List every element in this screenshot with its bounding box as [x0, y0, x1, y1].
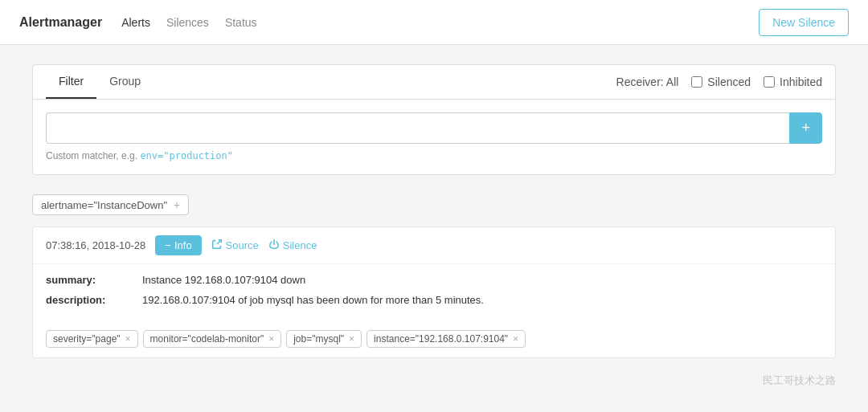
- svg-line-0: [217, 240, 221, 244]
- list-item: instance="192.168.0.107:9104"×: [366, 330, 526, 348]
- alert-details: summary: Instance 192.168.0.107:9104 dow…: [33, 264, 835, 324]
- tag-remove-icon[interactable]: ×: [349, 333, 354, 345]
- alert-tags-row: severity="page"×monitor="codelab-monitor…: [33, 324, 835, 357]
- tag-remove-icon[interactable]: ×: [125, 333, 131, 345]
- new-silence-button[interactable]: New Silence: [759, 9, 849, 36]
- info-icon: −: [165, 239, 171, 251]
- summary-value: Instance 192.168.0.107:9104 down: [142, 274, 305, 286]
- source-icon: [211, 239, 223, 252]
- navbar-links: Alerts Silences Status: [121, 16, 256, 29]
- alert-section: alertname="InstanceDown" + 07:38:16, 201…: [32, 194, 836, 358]
- alert-header: 07:38:16, 2018-10-28 − Info Source: [33, 227, 835, 264]
- description-value: 192.168.0.107:9104 of job mysql has been…: [142, 294, 484, 306]
- list-item: monitor="codelab-monitor"×: [143, 330, 282, 348]
- nav-link-status[interactable]: Status: [225, 16, 257, 29]
- source-button[interactable]: Source: [211, 239, 259, 252]
- alert-filter-tag-value: alertname="InstanceDown": [41, 199, 167, 211]
- navbar-brand: Alertmanager: [19, 15, 102, 30]
- list-item: job="mysql"×: [286, 330, 362, 348]
- tab-group[interactable]: Group: [96, 65, 154, 99]
- description-row: description: 192.168.0.107:9104 of job m…: [46, 294, 822, 306]
- navbar: Alertmanager Alerts Silences Status New …: [0, 0, 868, 45]
- summary-label: summary:: [46, 274, 142, 286]
- tag-value: job="mysql": [293, 333, 344, 345]
- add-filter-button[interactable]: +: [789, 112, 822, 144]
- silence-button[interactable]: Silence: [268, 239, 317, 252]
- filter-card: Filter Group Receiver: All Silenced Inhi…: [32, 64, 836, 175]
- alert-filter-tag-close[interactable]: +: [174, 198, 180, 211]
- receiver-area: Receiver: All Silenced Inhibited: [616, 75, 822, 88]
- inhibited-checkbox[interactable]: [764, 76, 775, 88]
- filter-hint: Custom matcher, e.g. env="production": [46, 150, 822, 161]
- nav-link-alerts[interactable]: Alerts: [121, 16, 150, 29]
- filter-tabs-left: Filter Group: [46, 65, 154, 99]
- tag-remove-icon[interactable]: ×: [268, 333, 274, 345]
- inhibited-label: Inhibited: [780, 75, 822, 88]
- alert-row: 07:38:16, 2018-10-28 − Info Source: [32, 226, 836, 358]
- filter-body: + Custom matcher, e.g. env="production": [33, 100, 835, 174]
- tag-value: monitor="codelab-monitor": [150, 333, 264, 345]
- receiver-label: Receiver: All: [616, 75, 679, 88]
- info-button[interactable]: − Info: [155, 235, 201, 255]
- tag-remove-icon[interactable]: ×: [513, 333, 518, 345]
- filter-input[interactable]: [46, 112, 789, 144]
- list-item: severity="page"×: [46, 330, 138, 348]
- description-label: description:: [46, 294, 142, 306]
- filter-hint-code: env="production": [140, 150, 233, 161]
- tag-value: severity="page": [53, 333, 121, 345]
- silenced-checkbox-label[interactable]: Silenced: [691, 75, 751, 88]
- alert-timestamp: 07:38:16, 2018-10-28: [46, 239, 145, 251]
- navbar-left: Alertmanager Alerts Silences Status: [19, 15, 257, 30]
- silenced-checkbox[interactable]: [691, 76, 702, 88]
- tab-filter[interactable]: Filter: [46, 65, 96, 99]
- summary-row: summary: Instance 192.168.0.107:9104 dow…: [46, 274, 822, 286]
- nav-link-silences[interactable]: Silences: [166, 16, 209, 29]
- main-content: Filter Group Receiver: All Silenced Inhi…: [0, 45, 868, 377]
- inhibited-checkbox-label[interactable]: Inhibited: [764, 75, 822, 88]
- filter-input-row: +: [46, 112, 822, 144]
- tag-value: instance="192.168.0.107:9104": [374, 333, 508, 345]
- silence-icon: [268, 239, 280, 252]
- silenced-label: Silenced: [707, 75, 751, 88]
- filter-tabs-bar: Filter Group Receiver: All Silenced Inhi…: [33, 65, 835, 100]
- alert-filter-tag: alertname="InstanceDown" +: [32, 194, 189, 215]
